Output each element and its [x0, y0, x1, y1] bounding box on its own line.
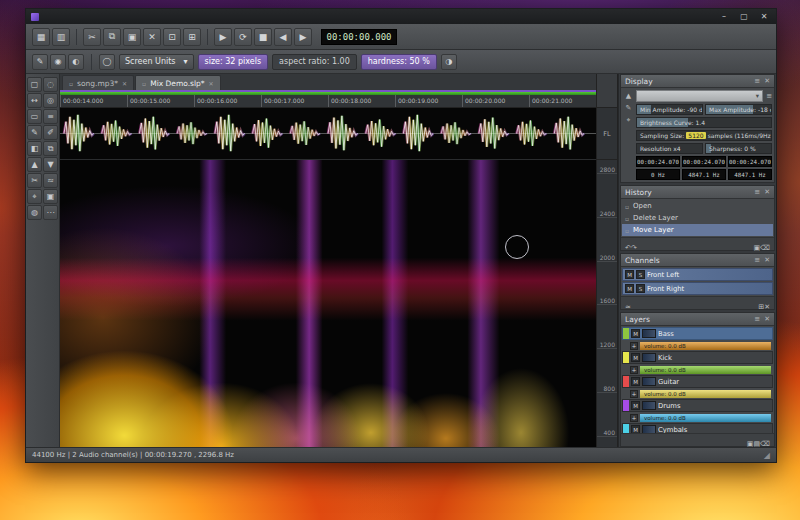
brush-settings-icon[interactable]: ✎	[32, 54, 48, 70]
remove-channel-icon[interactable]: ✕	[764, 303, 770, 311]
blend-mode-icon[interactable]: ◐	[68, 54, 84, 70]
time-field[interactable]: 00:00:24.070	[636, 156, 680, 167]
layer-row[interactable]: M Kick	[622, 351, 773, 364]
layer-color-swatch[interactable]	[623, 328, 629, 339]
brush-size-slider[interactable]: size: 32 pixels	[198, 54, 269, 70]
panel-close-icon[interactable]: ✕	[764, 315, 770, 323]
timeline-ruler[interactable]: 00:00:14.00000:00:15.00000:00:16.00000:0…	[60, 95, 596, 108]
layer-color-swatch[interactable]	[623, 400, 629, 411]
hardness-slider[interactable]: hardness: 50 %	[361, 54, 437, 70]
mute-button[interactable]: M	[631, 425, 640, 433]
mute-button[interactable]: M	[631, 401, 640, 410]
close-button[interactable]: ✕	[757, 11, 771, 22]
history-item[interactable]: ▫ Open	[622, 200, 773, 212]
measure-tool[interactable]: ⌖	[27, 189, 42, 204]
history-panel-header[interactable]: History ≡ ✕	[621, 186, 774, 199]
expand-button[interactable]: +	[630, 342, 638, 350]
maximize-button[interactable]: ▢	[737, 11, 751, 22]
frequency-select-tool[interactable]: ▭	[27, 109, 42, 124]
resize-grip[interactable]: ◢	[764, 451, 770, 460]
panel-close-icon[interactable]: ✕	[764, 256, 770, 264]
stamp-tool[interactable]: ▣	[43, 189, 58, 204]
tab[interactable]: ▫ Mix Demo.slp* ✕	[135, 75, 221, 90]
link-channels-icon[interactable]: ≈	[625, 303, 631, 311]
eraser-tool[interactable]: ◧	[27, 141, 42, 156]
pressure-icon[interactable]: ◉	[50, 54, 66, 70]
history-item[interactable]: ▫ Move Layer	[622, 224, 773, 236]
brush-shape-icon[interactable]: ◯	[99, 54, 115, 70]
channel-row[interactable]: M S Front Right	[622, 282, 773, 295]
frequency-field[interactable]: 0 Hz	[636, 169, 680, 180]
aspect-ratio-field[interactable]: aspect ratio: 1.00	[272, 54, 357, 70]
scissors-tool[interactable]: ✂	[27, 173, 42, 188]
layers-panel-header[interactable]: Layers ≡ ✕	[621, 313, 774, 326]
mute-button[interactable]: M	[631, 353, 640, 362]
layer-color-swatch[interactable]	[623, 352, 629, 363]
volume-slider[interactable]: volume: 0.0 dB	[640, 366, 771, 374]
channels-panel-header[interactable]: Channels ≡ ✕	[621, 254, 774, 267]
solo-button[interactable]: S	[636, 270, 645, 279]
layer-row[interactable]: M Drums	[622, 399, 773, 412]
expand-button[interactable]: +	[630, 414, 638, 422]
layer-color-swatch[interactable]	[623, 424, 629, 433]
history-item[interactable]: ▫ Delete Layer	[622, 212, 773, 224]
display-options-icon[interactable]: ≡	[766, 92, 772, 100]
volume-slider[interactable]: volume: 0.0 dB	[640, 414, 771, 422]
panel-close-icon[interactable]: ✕	[764, 188, 770, 196]
max-amplitude-slider[interactable]: Max Amplitude: -18 dB	[705, 104, 772, 115]
panel-menu-icon[interactable]: ≡	[754, 77, 760, 85]
panel-menu-icon[interactable]: ≡	[754, 256, 760, 264]
brightness-curve-slider[interactable]: Brightness Curve: 1.4	[636, 117, 772, 128]
time-field[interactable]: 00:00:24.070	[682, 156, 726, 167]
window-titlebar[interactable]: – ▢ ✕	[26, 9, 776, 24]
min-amplitude-slider[interactable]: Min Amplitude: -90 dB	[636, 104, 703, 115]
copy-icon[interactable]: ⧉	[103, 28, 121, 46]
mute-button[interactable]: M	[625, 284, 634, 293]
paste-icon[interactable]: ▣	[123, 28, 141, 46]
pick-icon[interactable]: ✎	[626, 104, 632, 112]
spectrogram-canvas[interactable]	[60, 160, 596, 447]
tab[interactable]: ▫ song.mp3* ✕	[62, 75, 134, 90]
layer-row[interactable]: M Guitar	[622, 375, 773, 388]
time-field[interactable]: 00:00:24.070	[728, 156, 772, 167]
transform-icon[interactable]: ⊞	[183, 28, 201, 46]
expand-button[interactable]: +	[630, 390, 638, 398]
smudge-tool[interactable]: ≈	[43, 173, 58, 188]
volume-slider[interactable]: volume: 0.0 dB	[640, 390, 771, 398]
play-range-icon[interactable]: ▲	[626, 92, 631, 100]
frequency-ruler[interactable]: FL 28002400200016001200800400	[596, 74, 618, 447]
channel-row[interactable]: M S Front Left	[622, 268, 773, 281]
mute-button[interactable]: M	[625, 270, 634, 279]
sharpness-slider[interactable]: Sharpness: 0 %	[705, 143, 772, 154]
frequency-field[interactable]: 4847.1 Hz	[682, 169, 726, 180]
layer-color-swatch[interactable]	[623, 376, 629, 387]
pan-tool[interactable]: ↔	[27, 93, 42, 108]
sampling-size-select[interactable]: Sampling Size: 5120 samples (116ms/9Hz)	[636, 130, 772, 141]
trash-icon[interactable]: ⌫	[760, 244, 770, 252]
colormap-select[interactable]: ▾	[636, 90, 763, 102]
lasso-select-tool[interactable]: ◌	[43, 77, 58, 92]
clone-tool[interactable]: ⧉	[43, 141, 58, 156]
marker-icon[interactable]: ⌖	[627, 116, 631, 124]
go-end-icon[interactable]: ▶	[294, 28, 312, 46]
go-start-icon[interactable]: ◀	[274, 28, 292, 46]
minimize-button[interactable]: –	[717, 11, 731, 22]
crop-icon[interactable]: ⊡	[163, 28, 181, 46]
brush-tool[interactable]: ✐	[43, 125, 58, 140]
extract-tool[interactable]: ◍	[27, 205, 42, 220]
stop-icon[interactable]: ■	[254, 28, 272, 46]
harmonics-select-tool[interactable]: ≡	[43, 109, 58, 124]
contrast-icon[interactable]: ◑	[441, 54, 457, 70]
rect-select-tool[interactable]: ▢	[27, 77, 42, 92]
panel-close-icon[interactable]: ✕	[764, 77, 770, 85]
mute-button[interactable]: M	[631, 377, 640, 386]
more-tools[interactable]: ⋯	[43, 205, 58, 220]
tab-close-icon[interactable]: ✕	[122, 80, 127, 87]
save-icon[interactable]: ▦	[32, 28, 50, 46]
zoom-tool[interactable]: ◎	[43, 93, 58, 108]
loop-icon[interactable]: ⟳	[234, 28, 252, 46]
delete-icon[interactable]: ✕	[143, 28, 161, 46]
draw-tool[interactable]: ✎	[27, 125, 42, 140]
waveform-strip[interactable]	[60, 108, 596, 160]
display-panel-header[interactable]: Display ≡ ✕	[621, 75, 774, 88]
